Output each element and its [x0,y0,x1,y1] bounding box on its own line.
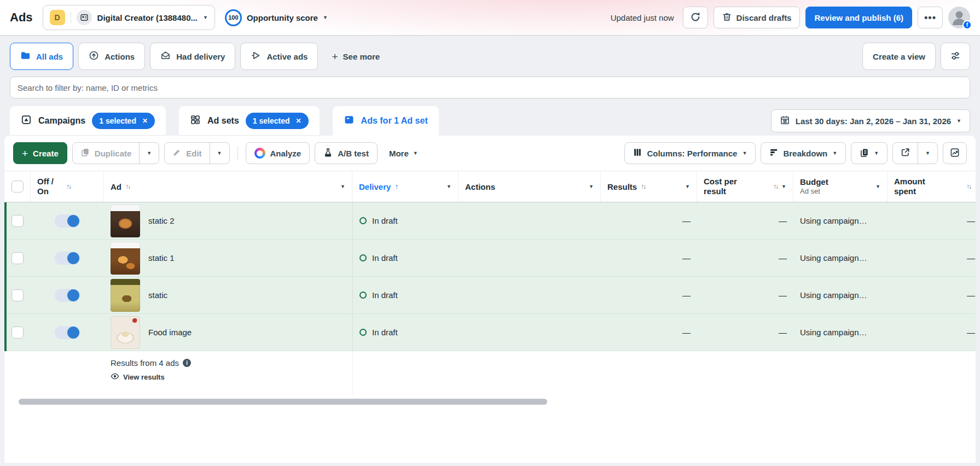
duplicate-label: Duplicate [95,149,132,158]
filter-all-ads-label: All ads [36,52,63,61]
cost-per-result-value: — [697,240,793,276]
columns-button[interactable]: Columns: Performance ▼ [624,142,756,164]
more-button[interactable]: More ▼ [382,149,425,158]
view-settings-button[interactable] [941,43,970,70]
row-checkbox[interactable] [11,327,24,339]
footer-summary-cell: Results from 4 ads i View results [4,351,352,394]
close-icon[interactable]: ✕ [296,117,301,125]
row-checkbox[interactable] [11,289,24,301]
sort-ascending-icon[interactable]: ↑ [395,182,398,191]
more-label: More [389,149,409,158]
filter-presets-row: All ads Actions Had delivery Active ads … [0,35,980,77]
chevron-down-icon[interactable]: ▼ [589,184,594,189]
chevron-down-icon[interactable]: ▼ [446,184,451,189]
create-a-view-button[interactable]: Create a view [862,43,936,70]
filter-had-delivery[interactable]: Had delivery [150,43,235,70]
filter-had-delivery-label: Had delivery [176,52,225,61]
edit-button[interactable]: Edit [165,143,209,164]
charts-button[interactable] [943,142,967,164]
ad-status-toggle[interactable] [55,214,80,228]
export-dropdown[interactable]: ▼ [918,143,937,164]
view-results-button[interactable]: View results [111,372,352,382]
search-input[interactable] [10,77,970,98]
opportunity-score[interactable]: 100 Opportunity score ▼ [225,9,328,26]
divider [71,11,71,24]
chevron-down-icon[interactable]: ▼ [975,184,976,189]
reports-button[interactable]: ▼ [851,142,888,164]
horizontal-scrollbar[interactable] [19,399,547,405]
calendar-icon [780,115,790,127]
ad-name[interactable]: static [148,290,167,300]
edit-split-button: Edit ▼ [164,142,229,164]
chevron-down-icon[interactable]: ▼ [685,184,690,189]
ab-test-button[interactable]: A/B test [315,142,378,164]
export-button[interactable] [893,143,918,164]
ab-test-flask-icon [323,148,333,159]
sort-icon[interactable]: ↑↓ [66,183,71,190]
chevron-down-icon[interactable]: ▼ [875,184,880,189]
ad-status-toggle[interactable] [55,289,80,302]
in-draft-status-icon [359,217,367,224]
more-options-button[interactable]: ••• [918,7,943,28]
review-and-publish-button[interactable]: Review and publish (6) [805,7,912,28]
refresh-button[interactable] [683,7,708,28]
chevron-down-icon: ▼ [832,151,837,156]
duplicate-button[interactable]: Duplicate [73,143,140,164]
sort-icon[interactable]: ↑↓ [125,183,130,190]
chevron-down-icon[interactable]: ▼ [781,184,786,189]
column-header-onoff: Off / On [37,177,62,196]
ad-sets-selected-pill[interactable]: 1 selected ✕ [246,113,309,129]
filter-active-ads[interactable]: Active ads [240,43,318,70]
edit-dropdown[interactable]: ▼ [210,143,229,164]
sort-icon[interactable]: ↑↓ [966,183,971,190]
select-all-checkbox[interactable] [11,180,24,193]
divider [237,146,238,160]
breakdown-button[interactable]: Breakdown ▼ [761,142,846,164]
budget-label: Budget [800,177,828,187]
tab-ad-sets[interactable]: Ad sets 1 selected ✕ [179,106,320,136]
row-checkbox[interactable] [11,252,24,264]
sort-icon[interactable]: ↑↓ [773,183,778,190]
amount-spent-value: — [888,240,976,276]
filter-actions[interactable]: Actions [78,43,145,70]
tab-ads[interactable]: Ads for 1 Ad set [333,106,439,136]
info-icon[interactable]: i [183,359,191,367]
analyze-button[interactable]: Analyze [246,142,310,164]
create-button[interactable]: + Create [13,142,67,164]
sort-icon[interactable]: ↑↓ [641,183,645,190]
discard-drafts-button[interactable]: Discard drafts [714,7,801,28]
close-icon[interactable]: ✕ [142,117,148,125]
ad-status-toggle[interactable] [55,326,80,339]
filter-all-ads[interactable]: All ads [10,43,73,70]
opportunity-score-label: Opportunity score [247,13,318,22]
account-selector[interactable]: D Digital Creator (1388480... ▼ [43,5,215,30]
see-more-button[interactable]: + See more [323,51,388,62]
ad-name[interactable]: static 1 [148,253,175,263]
campaigns-selected-pill[interactable]: 1 selected ✕ [92,113,155,129]
ad-name[interactable]: static 2 [148,216,175,225]
date-range-label: Last 30 days: Jan 2, 2026 – Jan 31, 2026 [796,116,951,126]
tab-campaigns[interactable]: Campaigns 1 selected ✕ [10,106,166,136]
top-bar: Ads D Digital Creator (1388480... ▼ 100 … [0,0,980,35]
column-header-delivery: Delivery [359,182,391,191]
export-split-button: ▼ [892,142,938,164]
duplicate-dropdown[interactable]: ▼ [139,143,159,164]
opportunity-score-ring: 100 [225,9,242,26]
ad-status-toggle[interactable] [55,252,80,265]
chevron-down-icon: ▼ [874,151,879,156]
row-checkbox[interactable] [11,215,24,227]
top-bar-actions: Updated just now Discard drafts Review a… [611,7,970,28]
reports-pages-icon [860,148,869,159]
chevron-down-icon: ▼ [323,15,328,20]
ad-name[interactable]: Food image [148,328,192,337]
breakdown-icon [769,148,778,159]
duplicate-icon [80,148,90,159]
avatar[interactable]: f [948,7,970,28]
export-icon [901,148,910,159]
chevron-down-icon[interactable]: ▼ [340,184,345,189]
date-range-selector[interactable]: Last 30 days: Jan 2, 2026 – Jan 31, 2026… [771,109,970,132]
refresh-icon [690,11,701,24]
sliders-icon [950,50,961,63]
column-header-cost-per-result: Cost per result [704,177,742,196]
delivery-status: In draft [372,290,398,300]
